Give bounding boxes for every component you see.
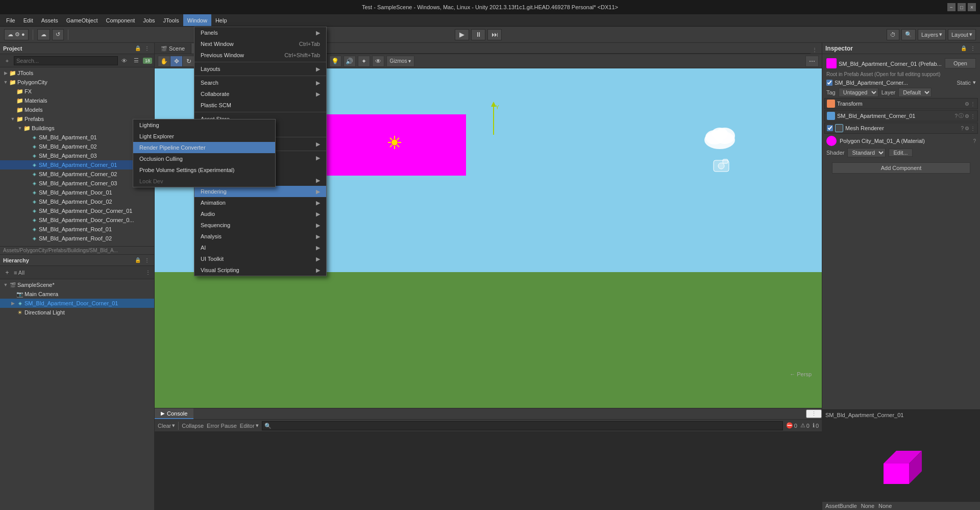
submenu-light-explorer[interactable]: Light Explorer — [133, 131, 275, 142]
menu-item-search[interactable]: Search ▶ — [194, 77, 326, 88]
menu-sep-2 — [194, 76, 326, 76]
menu-item-analysis[interactable]: Analysis ▶ — [194, 231, 326, 242]
submenu-render-pipeline-converter[interactable]: Render Pipeline Converter — [133, 142, 275, 153]
submenu-label-lighting: Lighting — [139, 122, 159, 128]
submenu-label-look-dev: Look Dev — [139, 178, 163, 184]
submenu-label-probe-volume: Probe Volume Settings (Experimental) — [139, 167, 234, 173]
submenu-look-dev[interactable]: Look Dev — [133, 176, 275, 187]
menu-sep-3 — [194, 112, 326, 112]
maximize-button[interactable]: □ — [958, 3, 966, 11]
menu-overlay: Panels ▶ Next Window Ctrl+Tab Previous W… — [0, 14, 980, 510]
menu-item-panels[interactable]: Panels ▶ — [194, 27, 326, 38]
submenu-probe-volume[interactable]: Probe Volume Settings (Experimental) — [133, 164, 275, 176]
minimize-button[interactable]: − — [947, 3, 955, 11]
menu-item-audio[interactable]: Audio ▶ — [194, 208, 326, 220]
window-controls: − □ × — [947, 3, 976, 11]
submenu-label-occlusion-culling: Occlusion Culling — [139, 156, 183, 162]
submenu-label-light-explorer: Light Explorer — [139, 133, 174, 139]
rendering-submenu: Lighting Light Explorer Render Pipeline … — [133, 119, 276, 187]
menu-item-rendering[interactable]: Rendering ▶ — [194, 186, 326, 197]
menu-item-layouts[interactable]: Layouts ▶ — [194, 63, 326, 75]
menu-item-ui-toolkit[interactable]: UI Toolkit ▶ — [194, 253, 326, 264]
title-text: Test - SampleScene - Windows, Mac, Linux… — [4, 4, 976, 10]
menu-item-next-window[interactable]: Next Window Ctrl+Tab — [194, 38, 326, 50]
submenu-occlusion-culling[interactable]: Occlusion Culling — [133, 153, 275, 164]
menu-item-collaborate[interactable]: Collaborate ▶ — [194, 88, 326, 100]
menu-item-prev-window[interactable]: Previous Window Ctrl+Shift+Tab — [194, 50, 326, 61]
title-bar: Test - SampleScene - Windows, Mac, Linux… — [0, 0, 980, 14]
menu-item-animation[interactable]: Animation ▶ — [194, 197, 326, 208]
menu-item-ai[interactable]: AI ▶ — [194, 242, 326, 253]
submenu-label-render-pipeline: Render Pipeline Converter — [139, 144, 206, 151]
menu-item-visual-scripting[interactable]: Visual Scripting ▶ — [194, 264, 326, 276]
submenu-lighting[interactable]: Lighting — [133, 119, 275, 131]
menu-item-plastic-scm[interactable]: Plastic SCM — [194, 100, 326, 111]
close-button[interactable]: × — [968, 3, 976, 11]
menu-sep-1 — [194, 62, 326, 62]
menu-item-sequencing[interactable]: Sequencing ▶ — [194, 220, 326, 231]
